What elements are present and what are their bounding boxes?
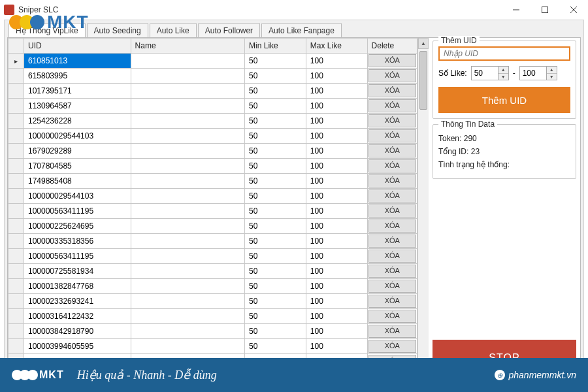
delete-button[interactable]: XÓA [368,69,416,82]
cell-uid[interactable]: 100001382847768 [24,279,131,294]
delete-button[interactable]: XÓA [368,99,416,112]
cell-min[interactable]: 50 [245,189,306,204]
row-header[interactable] [8,159,24,174]
table-row[interactable]: 10000233269324150100XÓA [8,294,417,309]
tab-auto-follower[interactable]: Auto Follower [198,23,260,37]
max-like-up[interactable]: ▲ [547,67,557,74]
col-header-min[interactable]: Min Like [245,39,306,54]
cell-uid[interactable]: 100003994605595 [24,339,131,354]
tab-auto-seeding[interactable]: Auto Seeding [87,23,148,37]
cell-name[interactable] [131,114,244,129]
max-like-input[interactable] [520,67,546,80]
tab-auto-like-fanpage[interactable]: Auto Like Fanpage [261,23,342,37]
row-header[interactable] [8,99,24,114]
cell-max[interactable]: 100 [306,249,367,264]
row-header[interactable] [8,204,24,219]
table-row[interactable]: 167902928950100XÓA [8,144,417,159]
row-header[interactable] [8,219,24,234]
cell-max[interactable]: 100 [306,69,367,84]
cell-min[interactable]: 50 [245,234,306,249]
table-row[interactable]: 170780458550100XÓA [8,159,417,174]
row-header[interactable] [8,174,24,189]
close-button[interactable] [559,0,588,20]
cell-name[interactable] [131,159,244,174]
cell-min[interactable]: 50 [245,204,306,219]
table-row[interactable]: 113096458750100XÓA [8,99,417,114]
cell-name[interactable] [131,219,244,234]
delete-button[interactable]: XÓA [368,295,416,308]
table-row[interactable]: 61580399550100XÓA [8,69,417,84]
delete-button[interactable]: XÓA [368,144,416,157]
cell-min[interactable]: 50 [245,69,306,84]
delete-button[interactable]: XÓA [368,204,416,218]
delete-button[interactable]: XÓA [368,114,416,127]
cell-min[interactable]: 50 [245,279,306,294]
cell-name[interactable] [131,279,244,294]
cell-name[interactable] [131,99,244,114]
cell-max[interactable]: 100 [306,204,367,219]
cell-name[interactable] [131,54,244,69]
table-row[interactable]: 10000384291879050100XÓA [8,324,417,339]
cell-uid[interactable]: 610851013 [24,54,131,69]
row-header[interactable] [8,69,24,84]
delete-button[interactable]: XÓA [368,189,416,203]
cell-max[interactable]: 100 [306,129,367,144]
delete-button[interactable]: XÓA [368,129,416,142]
cell-max[interactable]: 100 [306,84,367,99]
cell-min[interactable]: 50 [245,174,306,189]
cell-min[interactable]: 50 [245,249,306,264]
delete-button[interactable]: XÓA [368,174,416,188]
cell-uid[interactable]: 100000563411195 [24,204,131,219]
cell-uid[interactable]: 100000563411195 [24,249,131,264]
row-header[interactable] [8,129,24,144]
cell-uid[interactable]: 100003842918790 [24,324,131,339]
cell-max[interactable]: 100 [306,309,367,324]
scroll-up-arrow[interactable]: ▲ [418,38,429,49]
cell-uid[interactable]: 100003164122432 [24,309,131,324]
minimize-button[interactable] [502,0,531,20]
cell-max[interactable]: 100 [306,159,367,174]
table-row[interactable]: 10000072558193450100XÓA [8,264,417,279]
cell-name[interactable] [131,174,244,189]
row-header[interactable] [8,294,24,309]
row-header[interactable] [8,279,24,294]
table-row[interactable]: 10000316412243250100XÓA [8,309,417,324]
table-row[interactable]: 10000022562469550100XÓA [8,219,417,234]
row-header[interactable] [8,189,24,204]
cell-min[interactable]: 50 [245,99,306,114]
cell-name[interactable] [131,84,244,99]
cell-name[interactable] [131,294,244,309]
cell-uid[interactable]: 1017395171 [24,84,131,99]
cell-uid[interactable]: 100000029544103 [24,189,131,204]
cell-uid[interactable]: 1749885408 [24,174,131,189]
cell-uid[interactable]: 100000225624695 [24,219,131,234]
cell-name[interactable] [131,339,244,354]
row-header[interactable] [8,309,24,324]
cell-max[interactable]: 100 [306,144,367,159]
cell-min[interactable]: 50 [245,54,306,69]
cell-max[interactable]: 100 [306,174,367,189]
col-header-name[interactable]: Name [131,39,244,54]
maximize-button[interactable] [531,0,559,20]
cell-max[interactable]: 100 [306,99,367,114]
max-like-down[interactable]: ▼ [547,74,557,80]
row-header[interactable] [8,264,24,279]
cell-uid[interactable]: 100000725581934 [24,264,131,279]
cell-min[interactable]: 50 [245,114,306,129]
cell-uid[interactable]: 100000029544103 [24,129,131,144]
cell-name[interactable] [131,204,244,219]
row-header[interactable] [8,54,24,69]
table-row[interactable]: 125423622850100XÓA [8,114,417,129]
tab-auto-like[interactable]: Auto Like [150,23,197,37]
table-row[interactable]: 61085101350100XÓA [8,54,417,69]
add-uid-button[interactable]: Thêm UID [438,87,570,113]
cell-max[interactable]: 100 [306,294,367,309]
cell-min[interactable]: 50 [245,264,306,279]
delete-button[interactable]: XÓA [368,159,416,172]
cell-name[interactable] [131,129,244,144]
cell-max[interactable]: 100 [306,54,367,69]
row-header[interactable] [8,144,24,159]
cell-name[interactable] [131,144,244,159]
delete-button[interactable]: XÓA [368,250,416,263]
col-header-max[interactable]: Max Like [306,39,367,54]
